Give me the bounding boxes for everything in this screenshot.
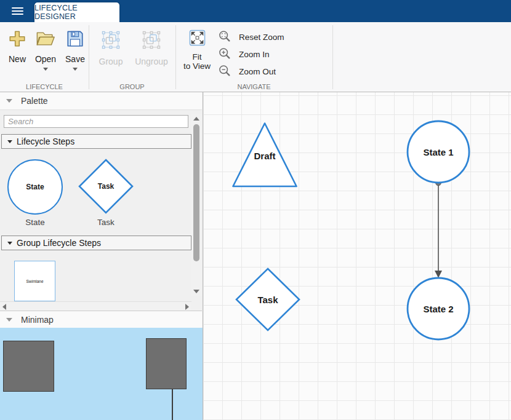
- group-button[interactable]: Group: [94, 30, 128, 66]
- lifecycle-designer-window: LIFECYCLE DESIGNER New Open: [0, 0, 511, 420]
- reset-zoom-button[interactable]: Reset Zoom: [218, 30, 284, 44]
- new-plus-icon: [8, 30, 26, 50]
- tab-lifecycle-designer[interactable]: LIFECYCLE DESIGNER: [34, 2, 119, 22]
- open-button-label: Open: [35, 54, 56, 64]
- minimap-node: [3, 341, 54, 392]
- zoom-in-label: Zoom In: [239, 50, 270, 59]
- section-label-navigate: NAVIGATE: [175, 83, 332, 90]
- zoom-out-label: Zoom Out: [239, 67, 276, 76]
- palette-title: Palette: [21, 96, 48, 106]
- palette-item-state[interactable]: State: [7, 159, 63, 215]
- palette-vertical-scrollbar[interactable]: [191, 114, 201, 296]
- reset-zoom-icon: [218, 30, 231, 45]
- transition-arrow[interactable]: [435, 180, 442, 278]
- ribbon-divider: [89, 25, 89, 89]
- fit-to-view-button[interactable]: Fit to View: [179, 30, 215, 71]
- node-state-1[interactable]: State 1: [408, 121, 469, 183]
- menu-bar: [12, 14, 23, 15]
- titlebar: LIFECYCLE DESIGNER: [0, 0, 511, 22]
- menu-bar: [12, 10, 23, 12]
- scroll-up-icon[interactable]: [191, 114, 201, 123]
- ungroup-button[interactable]: Ungroup: [132, 30, 171, 66]
- menu-icon[interactable]: [9, 5, 25, 17]
- section-label-lifecycle: LIFECYCLE: [0, 83, 89, 90]
- zoom-in-icon: [218, 47, 231, 62]
- node-draft-label: Draft: [254, 151, 275, 161]
- new-button[interactable]: New: [4, 30, 31, 64]
- open-button[interactable]: Open: [32, 30, 59, 71]
- save-dropdown-icon[interactable]: [73, 68, 78, 71]
- node-state-1-label: State 1: [423, 147, 453, 157]
- caret-down-icon: [7, 242, 12, 245]
- collapse-palette-icon[interactable]: [6, 99, 12, 103]
- reset-zoom-label: Reset Zoom: [239, 33, 284, 42]
- menu-bar: [12, 7, 23, 9]
- group-button-label: Group: [99, 57, 123, 66]
- save-floppy-icon: [66, 30, 84, 50]
- fit-to-view-icon: [189, 30, 206, 49]
- left-panel: Palette Lifecycle Steps State State Task…: [0, 92, 203, 420]
- palette-state-shape-label: State: [26, 183, 44, 191]
- palette-item-swimlane[interactable]: Swimlane: [14, 261, 55, 301]
- scrollbar-thumb[interactable]: [193, 124, 199, 261]
- minimap-panel-header[interactable]: Minimap: [0, 311, 202, 328]
- palette-swimlane-label: Swimlane: [26, 279, 43, 283]
- save-button[interactable]: Save: [62, 30, 89, 71]
- ribbon-divider: [175, 25, 176, 89]
- palette-task-caption: Task: [78, 218, 134, 227]
- node-draft[interactable]: Draft: [233, 124, 297, 187]
- minimap-title: Minimap: [21, 315, 54, 325]
- scroll-right-icon[interactable]: [183, 302, 191, 311]
- palette-horizontal-scrollbar[interactable]: [0, 301, 191, 311]
- palette-task-shape-label: Task: [98, 182, 115, 191]
- node-state-2[interactable]: State 2: [408, 278, 469, 339]
- ungroup-icon: [141, 30, 162, 53]
- fit-to-view-label: Fit to View: [183, 52, 211, 71]
- minimap-viewport[interactable]: [0, 328, 203, 420]
- section-label: Group Lifecycle Steps: [17, 238, 101, 248]
- search-input[interactable]: [4, 115, 188, 128]
- zoom-in-button[interactable]: Zoom In: [218, 47, 270, 61]
- scroll-down-icon[interactable]: [191, 287, 201, 296]
- palette-panel-header[interactable]: Palette: [0, 92, 202, 110]
- node-task[interactable]: Task: [236, 269, 299, 330]
- caret-down-icon: [7, 140, 12, 143]
- zoom-out-icon: [218, 64, 231, 79]
- group-icon: [100, 30, 121, 53]
- node-task-label: Task: [257, 295, 278, 305]
- section-label: Lifecycle Steps: [17, 137, 74, 146]
- section-header-group-lifecycle-steps[interactable]: Group Lifecycle Steps: [1, 236, 191, 250]
- section-header-lifecycle-steps[interactable]: Lifecycle Steps: [1, 134, 191, 149]
- ribbon-toolbar: New Open Save L: [0, 22, 511, 92]
- save-button-label: Save: [65, 54, 85, 64]
- minimap-node: [146, 338, 187, 389]
- collapse-minimap-icon[interactable]: [6, 318, 12, 322]
- ribbon-divider: [332, 25, 333, 89]
- node-state-2-label: State 2: [423, 304, 453, 314]
- minimap-edge: [172, 389, 173, 420]
- palette-search: [4, 115, 188, 128]
- diagram-canvas[interactable]: Draft State 1 Task State 2: [203, 92, 511, 420]
- new-button-label: New: [9, 54, 26, 64]
- palette-state-caption: State: [7, 218, 63, 227]
- open-dropdown-icon[interactable]: [43, 68, 48, 71]
- zoom-out-button[interactable]: Zoom Out: [218, 64, 276, 79]
- section-label-group: GROUP: [89, 83, 175, 90]
- scroll-left-icon[interactable]: [0, 302, 9, 311]
- open-folder-icon: [36, 30, 55, 50]
- palette-item-task[interactable]: Task: [78, 158, 134, 215]
- ungroup-button-label: Ungroup: [135, 57, 168, 66]
